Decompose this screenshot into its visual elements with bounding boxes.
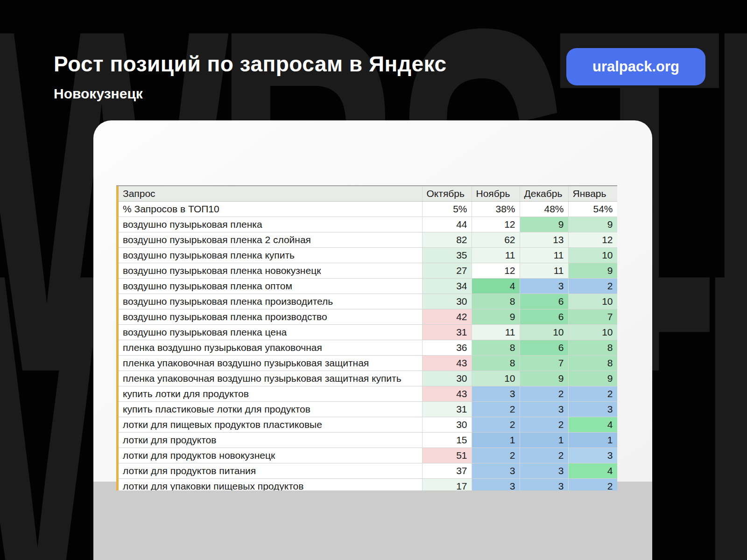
value-cell: 2: [472, 402, 520, 417]
query-cell: воздушно пузырьковая пленка производител…: [119, 294, 422, 309]
value-cell: 3: [568, 402, 617, 417]
value-cell: 42: [422, 309, 472, 325]
table-body: % Запросов в ТОП105%38%48%54%воздушно пу…: [119, 202, 617, 491]
value-cell: 2: [520, 448, 568, 463]
value-cell: 8: [568, 356, 617, 371]
value-cell: 27: [422, 263, 472, 279]
header-row: ЗапросОктябрьНоябрьДекабрьЯнварь: [119, 186, 617, 202]
query-cell: воздушно пузырьковая пленка цена: [119, 325, 422, 340]
table-row: воздушно пузырьковая пленка441299: [119, 217, 617, 232]
value-cell: 12: [472, 263, 520, 279]
value-cell: 7: [520, 356, 568, 371]
table-row: купить пластиковые лотки для продуктов31…: [119, 402, 617, 417]
table-row: лотки для пищевых продуктов пластиковые3…: [119, 417, 617, 433]
value-cell: 1: [520, 433, 568, 448]
value-cell: 7: [568, 309, 617, 325]
value-cell: 6: [520, 309, 568, 325]
query-cell: лотки для продуктов питания: [119, 463, 422, 479]
value-cell: 44: [422, 217, 472, 232]
query-cell: воздушно пузырьковая пленка новокузнецк: [119, 263, 422, 279]
value-cell: 1: [568, 433, 617, 448]
page-subtitle: Новокузнецк: [54, 86, 143, 102]
column-header: Январь: [568, 186, 617, 202]
value-cell: 1: [472, 433, 520, 448]
value-cell: 8: [472, 294, 520, 309]
column-header: Запрос: [119, 186, 422, 202]
value-cell: 12: [472, 217, 520, 232]
value-cell: 2: [568, 386, 617, 402]
query-cell: воздушно пузырьковая пленка оптом: [119, 279, 422, 294]
table-row: лотки для продуктов новокузнецк51223: [119, 448, 617, 463]
value-cell: 2: [472, 448, 520, 463]
query-cell: воздушно пузырьковая пленка: [119, 217, 422, 232]
value-cell: 54%: [568, 202, 617, 217]
value-cell: 51: [422, 448, 472, 463]
value-cell: 4: [472, 279, 520, 294]
content-card: ЗапросОктябрьНоябрьДекабрьЯнварь % Запро…: [93, 120, 652, 560]
query-cell: пленка упаковочная воздушно пузырьковая …: [119, 371, 422, 386]
table-row: купить лотки для продуктов43322: [119, 386, 617, 402]
value-cell: 10: [568, 325, 617, 340]
value-cell: 43: [422, 386, 472, 402]
table-row: воздушно пузырьковая пленка производство…: [119, 309, 617, 325]
value-cell: 35: [422, 248, 472, 263]
value-cell: 43: [422, 356, 472, 371]
value-cell: 10: [568, 294, 617, 309]
query-cell: пленка упаковочная воздушно пузырьковая …: [119, 356, 422, 371]
value-cell: 34: [422, 279, 472, 294]
table-row: воздушно пузырьковая пленка цена31111010: [119, 325, 617, 340]
value-cell: 36: [422, 340, 472, 356]
table-row: % Запросов в ТОП105%38%48%54%: [119, 202, 617, 217]
value-cell: 2: [568, 479, 617, 491]
value-cell: 3: [520, 402, 568, 417]
site-badge[interactable]: uralpack.org: [566, 48, 705, 85]
value-cell: 62: [472, 232, 520, 248]
value-cell: 3: [520, 479, 568, 491]
value-cell: 82: [422, 232, 472, 248]
table-row: воздушно пузырьковая пленка 2 слойная826…: [119, 232, 617, 248]
value-cell: 30: [422, 371, 472, 386]
value-cell: 3: [472, 386, 520, 402]
value-cell: 3: [472, 479, 520, 491]
query-cell: лотки для продуктов: [119, 433, 422, 448]
value-cell: 3: [472, 463, 520, 479]
value-cell: 8: [472, 356, 520, 371]
page-title: Рост позиций по запросам в Яндекс: [54, 51, 447, 77]
value-cell: 8: [568, 340, 617, 356]
value-cell: 11: [520, 248, 568, 263]
query-cell: лотки для пищевых продуктов пластиковые: [119, 417, 422, 433]
table-row: пленка упаковочная воздушно пузырьковая …: [119, 371, 617, 386]
value-cell: 9: [472, 309, 520, 325]
value-cell: 6: [520, 340, 568, 356]
card-footer-area: [93, 482, 652, 560]
value-cell: 2: [520, 417, 568, 433]
value-cell: 10: [472, 371, 520, 386]
site-badge-label: uralpack.org: [592, 58, 679, 75]
table-row: лотки для продуктов15111: [119, 433, 617, 448]
value-cell: 5%: [422, 202, 472, 217]
value-cell: 12: [568, 232, 617, 248]
table-header: ЗапросОктябрьНоябрьДекабрьЯнварь: [119, 186, 617, 202]
table-row: лотки для упаковки пищевых продуктов1733…: [119, 479, 617, 491]
value-cell: 3: [520, 279, 568, 294]
value-cell: 13: [520, 232, 568, 248]
query-cell: % Запросов в ТОП10: [119, 202, 422, 217]
value-cell: 2: [568, 279, 617, 294]
value-cell: 9: [520, 217, 568, 232]
value-cell: 3: [568, 448, 617, 463]
value-cell: 2: [520, 386, 568, 402]
column-header: Ноябрь: [472, 186, 520, 202]
value-cell: 11: [472, 248, 520, 263]
positions-grid: ЗапросОктябрьНоябрьДекабрьЯнварь % Запро…: [119, 186, 617, 490]
table-row: лотки для продуктов питания37334: [119, 463, 617, 479]
value-cell: 10: [520, 325, 568, 340]
query-cell: воздушно пузырьковая пленка купить: [119, 248, 422, 263]
value-cell: 31: [422, 325, 472, 340]
value-cell: 38%: [472, 202, 520, 217]
value-cell: 8: [472, 340, 520, 356]
value-cell: 48%: [520, 202, 568, 217]
value-cell: 11: [520, 263, 568, 279]
value-cell: 31: [422, 402, 472, 417]
value-cell: 9: [520, 371, 568, 386]
table-row: пленка упаковочная воздушно пузырьковая …: [119, 356, 617, 371]
